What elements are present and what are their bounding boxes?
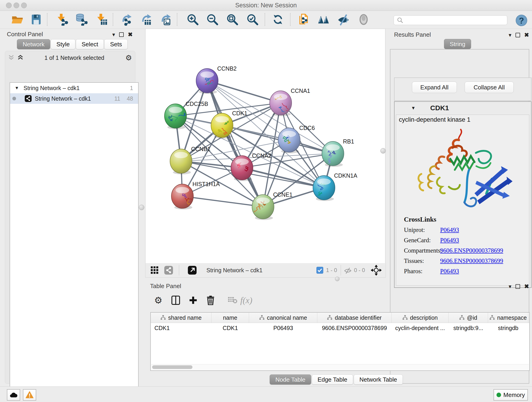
preview-eye-button[interactable] xyxy=(357,13,370,26)
fit-content-button[interactable] xyxy=(226,13,239,26)
search-input[interactable] xyxy=(405,17,507,24)
tab-string[interactable]: String xyxy=(444,39,471,49)
close-panel-icon[interactable]: ✖ xyxy=(524,283,529,289)
detach-view-button[interactable] xyxy=(188,266,196,274)
network-node-cdk1[interactable]: CDK1 xyxy=(211,110,247,139)
column-header-description[interactable]: description xyxy=(392,313,449,323)
expand-all-icon[interactable] xyxy=(17,55,23,61)
float-panel-icon[interactable] xyxy=(515,284,520,289)
expand-all-button[interactable]: Expand All xyxy=(412,82,457,93)
collapse-all-icon[interactable] xyxy=(8,55,14,61)
gear-icon[interactable]: ⚙ xyxy=(125,53,132,62)
crosslink-link[interactable]: 9606.ENSP00000378699 xyxy=(440,257,503,264)
add-column-button[interactable] xyxy=(187,294,199,306)
entry-header[interactable]: ▼ CDK1 xyxy=(394,102,531,114)
scrollbar-thumb[interactable] xyxy=(152,365,192,369)
minimize-window-icon[interactable] xyxy=(13,2,19,8)
vertical-splitter-grip[interactable] xyxy=(380,148,386,153)
column-header-canonical-name[interactable]: canonical name xyxy=(249,313,317,323)
network-collection-row[interactable]: ▼ String Network – cdk1 1 xyxy=(10,83,138,93)
network-edge[interactable] xyxy=(182,196,263,207)
table-cell[interactable]: CDK1 xyxy=(151,323,211,333)
crosslink-link[interactable]: P06493 xyxy=(440,226,459,234)
network-graph[interactable]: CCNB2CCNA1CDC25BCDK1CDC6RB1CCNB1CCNA2CDK… xyxy=(146,29,385,263)
network-node-ccnb2[interactable]: CCNB2 xyxy=(196,65,237,94)
tree-expand-icon[interactable]: ▼ xyxy=(15,85,19,90)
tab-select[interactable]: Select xyxy=(76,39,104,49)
crosslink-link[interactable]: P06493 xyxy=(440,237,459,244)
network-edge[interactable] xyxy=(207,81,281,103)
tab-network-table[interactable]: Network Table xyxy=(354,375,403,385)
network-row-selected[interactable]: String Network – cdk1 11 48 xyxy=(10,93,138,104)
tab-edge-table[interactable]: Edge Table xyxy=(312,375,353,385)
panel-menu-icon[interactable]: ▾ xyxy=(509,32,511,38)
column-header-namespace[interactable]: namespace xyxy=(488,313,528,323)
network-node-rb1[interactable]: RB1 xyxy=(322,138,354,167)
column-header-shared-name[interactable]: shared name xyxy=(151,313,211,323)
selected-checkbox[interactable] xyxy=(317,267,323,274)
network-canvas[interactable]: CCNB2CCNA1CDC25BCDK1CDC6RB1CCNB1CCNA2CDK… xyxy=(145,29,385,264)
column-header-@id[interactable]: @id xyxy=(449,313,488,323)
zoom-in-button[interactable] xyxy=(186,13,199,26)
tab-node-table[interactable]: Node Table xyxy=(270,375,311,385)
tab-network[interactable]: Network xyxy=(17,39,50,49)
delete-column-button[interactable] xyxy=(204,294,217,306)
network-node-hist1h1a[interactable]: HIST1H1A xyxy=(171,181,220,210)
network-node-ccne1[interactable]: CCNE1 xyxy=(252,191,293,220)
close-panel-icon[interactable]: ✖ xyxy=(128,32,133,37)
import-network-database-button[interactable] xyxy=(75,13,88,26)
birdseye-button[interactable] xyxy=(371,265,381,275)
table-cell[interactable]: cyclin-dependent ... xyxy=(392,323,449,333)
network-thumb-button[interactable] xyxy=(164,266,173,274)
horizontal-splitter-grip[interactable] xyxy=(335,277,340,281)
panel-menu-icon[interactable]: ▾ xyxy=(112,32,115,37)
refresh-layout-button[interactable] xyxy=(271,13,285,26)
hidden-toggle[interactable] xyxy=(344,267,352,274)
show-hide-button[interactable] xyxy=(337,13,350,26)
tab-sets[interactable]: Sets xyxy=(104,39,128,49)
zoom-out-button[interactable] xyxy=(206,13,219,26)
table-cell[interactable]: stringdb:9... xyxy=(449,323,488,333)
table-horizontal-scrollbar[interactable] xyxy=(151,364,529,370)
export-network-button[interactable] xyxy=(120,13,133,26)
table-cell[interactable]: 9606.ENSP00000378699 xyxy=(317,323,392,333)
show-columns-button[interactable] xyxy=(170,294,182,306)
crosslink-link[interactable]: P06493 xyxy=(440,268,459,275)
memory-button[interactable]: Memory xyxy=(494,389,528,401)
network-edge[interactable] xyxy=(207,81,263,207)
float-panel-icon[interactable] xyxy=(515,33,520,37)
maximize-window-icon[interactable] xyxy=(21,2,27,8)
export-image-button[interactable] xyxy=(159,13,172,26)
crosslink-link[interactable]: 9606.ENSP00000378699 xyxy=(440,247,503,254)
entry-collapse-icon[interactable]: ▼ xyxy=(411,105,416,111)
global-search-field[interactable] xyxy=(394,15,507,25)
tab-style[interactable]: Style xyxy=(51,39,75,49)
column-header-name[interactable]: name xyxy=(211,313,249,323)
grid-view-button[interactable] xyxy=(151,266,159,274)
network-node-cdkn1a[interactable]: CDKN1A xyxy=(313,172,357,201)
table-cell[interactable]: P06493 xyxy=(249,323,317,333)
vertical-splitter-grip[interactable] xyxy=(139,205,144,210)
table-cell[interactable]: stringdb xyxy=(488,323,528,333)
collapse-all-button[interactable]: Collapse All xyxy=(465,82,514,93)
zoom-selected-button[interactable] xyxy=(246,13,259,26)
network-from-document-button[interactable] xyxy=(297,13,310,26)
close-panel-icon[interactable]: ✖ xyxy=(524,32,529,38)
table-row[interactable]: CDK1CDK1P064939606.ENSP00000378699cyclin… xyxy=(151,323,529,333)
network-node-cdc6[interactable]: CDC6 xyxy=(278,125,315,153)
warnings-button[interactable] xyxy=(23,389,36,401)
table-cell[interactable]: CDK1 xyxy=(211,323,249,333)
help-button[interactable]: ? xyxy=(515,13,528,27)
function-builder-button-disabled[interactable]: f(x) xyxy=(240,294,253,306)
close-window-icon[interactable] xyxy=(6,2,12,8)
open-session-button[interactable] xyxy=(11,13,24,26)
save-session-button[interactable] xyxy=(30,13,43,26)
float-panel-icon[interactable] xyxy=(119,32,124,37)
column-header-database-identifier[interactable]: database identifier xyxy=(317,313,392,323)
table-settings-button[interactable]: ⚙ xyxy=(152,294,165,306)
delete-table-button-disabled[interactable] xyxy=(226,294,239,306)
export-table-button[interactable] xyxy=(140,13,153,26)
panel-menu-icon[interactable]: ▾ xyxy=(509,284,511,289)
search-network-button[interactable] xyxy=(317,13,330,26)
import-table-button[interactable] xyxy=(95,13,108,26)
